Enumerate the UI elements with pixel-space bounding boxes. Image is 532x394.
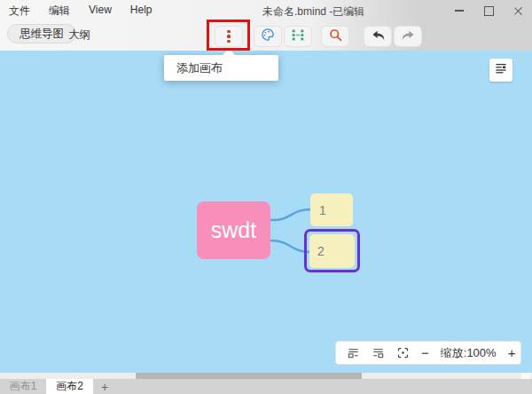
structure-icon (290, 28, 306, 45)
root-node[interactable]: swdt (197, 201, 270, 259)
tab-mindmap[interactable]: 思维导图 (7, 24, 76, 43)
child-node-1[interactable]: 1 (310, 193, 353, 226)
outline-list-icon (494, 61, 508, 79)
canvas-tab-2[interactable]: 画布2 (46, 379, 93, 394)
scrollbar-thumb[interactable] (136, 373, 362, 379)
close-icon (513, 6, 523, 16)
menu-help[interactable]: Help (129, 3, 154, 20)
window-controls (452, 4, 525, 18)
palette-icon (260, 27, 276, 46)
undo-button[interactable] (364, 26, 392, 47)
canvas-tab-bar: 画布1 画布2 + (0, 379, 532, 394)
add-canvas-menu-item[interactable]: 添加画布 (164, 55, 278, 81)
zoom-in-button[interactable]: + (508, 346, 516, 359)
search-icon (328, 28, 343, 46)
minimize-button[interactable] (452, 4, 466, 18)
more-options-popup: 添加画布 (164, 55, 278, 81)
menu-view[interactable]: View (87, 3, 113, 20)
menu-bar: 文件 编辑 View Help (7, 3, 153, 20)
align-left-icon[interactable] (347, 346, 360, 359)
scrollbar-end (521, 373, 530, 379)
add-canvas-tab-button[interactable]: + (96, 379, 113, 394)
canvas-tab-1[interactable]: 画布1 (0, 379, 46, 394)
menu-file[interactable]: 文件 (7, 3, 32, 20)
focus-center-icon[interactable] (396, 346, 410, 359)
close-button[interactable] (511, 4, 525, 18)
search-button[interactable] (321, 26, 349, 47)
redo-button[interactable] (394, 26, 422, 47)
minimize-icon (455, 10, 464, 12)
zoom-out-button[interactable]: − (421, 346, 429, 359)
outline-panel-button[interactable] (489, 59, 512, 82)
align-right-icon[interactable] (372, 346, 385, 359)
child-node-2[interactable]: 2 (309, 234, 355, 268)
horizontal-scrollbar[interactable] (0, 373, 532, 379)
more-options-button[interactable] (215, 26, 243, 47)
theme-button[interactable] (254, 26, 282, 47)
menu-edit[interactable]: 编辑 (47, 3, 72, 20)
redo-icon (401, 28, 416, 46)
structure-button[interactable] (284, 26, 312, 47)
title-bar: 文件 编辑 View Help 未命名.bmind -已编辑 思维导图 大纲 (0, 0, 532, 51)
vertical-dots-icon (227, 30, 230, 43)
zoom-level-label: 缩放:100% (441, 345, 497, 361)
tab-outline[interactable]: 大纲 (68, 28, 90, 43)
window-title: 未命名.bmind -已编辑 (262, 4, 364, 20)
undo-icon (371, 28, 386, 46)
zoom-control-bar: − 缩放:100% + (335, 341, 521, 365)
maximize-button[interactable] (481, 4, 496, 18)
maximize-icon (484, 6, 494, 16)
